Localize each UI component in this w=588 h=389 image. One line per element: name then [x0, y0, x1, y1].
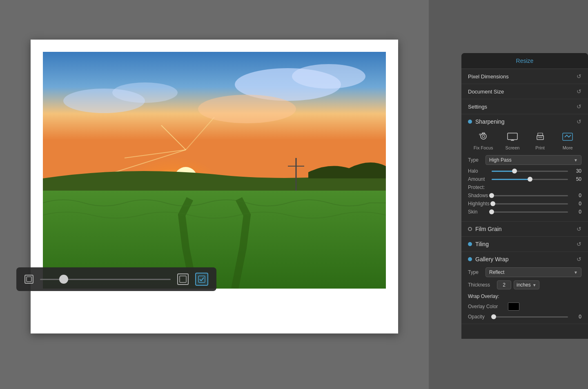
tiling-left: Tiling [468, 241, 489, 247]
zoom-slider-track[interactable] [40, 279, 171, 280]
svg-point-8 [292, 64, 365, 89]
highlights-slider-track[interactable] [493, 203, 568, 205]
amount-slider-thumb[interactable] [528, 177, 532, 182]
panel-title: Resize [516, 58, 534, 64]
protect-label: Protect: [468, 184, 581, 190]
tiling-reset[interactable]: ↺ [577, 241, 581, 247]
type-label: Type [468, 157, 482, 163]
section-document-size[interactable]: Document Size ↺ [461, 84, 588, 99]
opacity-slider-thumb[interactable] [491, 314, 496, 319]
pixel-dimensions-label: Pixel Dimensions [468, 73, 509, 80]
sharpening-title: Sharpening [475, 118, 505, 125]
bottom-toolbar [16, 267, 216, 291]
overlay-color-swatch[interactable] [508, 302, 519, 311]
sharpening-active-dot[interactable] [468, 120, 472, 124]
highlights-slider-thumb[interactable] [490, 201, 495, 206]
gallery-type-chevron: ▼ [574, 270, 578, 275]
skin-label: Skin [468, 209, 488, 215]
halo-slider-row: Halo 30 [468, 168, 581, 174]
halo-slider-thumb[interactable] [512, 169, 517, 173]
film-grain-dot[interactable] [468, 227, 472, 231]
unit-chevron: ▼ [532, 283, 537, 287]
sharpen-print[interactable]: Print [532, 130, 548, 150]
skin-slider-row: Skin 0 [468, 209, 581, 215]
settings-label: Settings [468, 104, 487, 110]
gallery-wrap-header: Gallery Wrap ↺ [468, 256, 581, 262]
amount-slider-track[interactable] [492, 179, 568, 180]
skin-slider-thumb[interactable] [489, 209, 494, 214]
panel-header: Resize [461, 53, 588, 69]
gallery-type-label: Type [468, 269, 482, 275]
fix-focus-icon [475, 130, 492, 144]
svg-point-11 [198, 95, 296, 123]
document-size-reset[interactable]: ↺ [577, 88, 581, 95]
thickness-row: Thickness inches ▼ [468, 280, 581, 289]
highlights-value: 0 [571, 201, 581, 207]
sharpening-reset[interactable]: ↺ [577, 118, 581, 125]
amount-label: Amount [468, 176, 488, 182]
section-sharpening: Sharpening ↺ Fix Focus [461, 114, 588, 222]
zoom-slider-thumb[interactable] [59, 275, 68, 284]
sharpening-title-row: Sharpening [468, 118, 505, 125]
svg-rect-16 [180, 276, 186, 282]
toolbar-large-icon[interactable] [177, 273, 189, 285]
section-tiling[interactable]: Tiling ↺ [461, 237, 588, 252]
section-gallery-wrap: Gallery Wrap ↺ Type Reflect ▼ Thickness … [461, 252, 588, 324]
type-select[interactable]: High Pass ▼ [486, 155, 581, 165]
svg-rect-21 [479, 134, 481, 135]
svg-rect-15 [27, 277, 31, 282]
gallery-wrap-title: Gallery Wrap [475, 256, 508, 262]
gallery-wrap-title-row: Gallery Wrap [468, 256, 508, 262]
highlights-slider-row: Highlights 0 [468, 201, 581, 207]
svg-rect-22 [508, 133, 517, 140]
svg-rect-27 [538, 137, 542, 138]
halo-slider-track[interactable] [492, 171, 568, 172]
sharpening-header: Sharpening ↺ [468, 118, 581, 125]
svg-rect-28 [563, 133, 572, 140]
section-film-grain[interactable]: Film Grain ↺ [461, 222, 588, 237]
pixel-dimensions-reset[interactable]: ↺ [577, 73, 581, 80]
gallery-wrap-reset[interactable]: ↺ [577, 256, 581, 262]
type-value: High Pass [489, 157, 512, 163]
unit-value: inches [517, 282, 531, 288]
type-chevron: ▼ [574, 158, 578, 162]
highlights-label: Highlights [468, 201, 490, 207]
tiling-title: Tiling [475, 241, 489, 247]
opacity-label: Opacity [468, 314, 490, 320]
halo-slider-fill [492, 171, 514, 172]
document-size-label: Document Size [468, 89, 504, 95]
more-icon [559, 130, 576, 144]
halo-label: Halo [468, 168, 488, 174]
shadows-label: Shadows [468, 193, 488, 198]
skin-slider-track[interactable] [492, 211, 568, 213]
section-pixel-dimensions[interactable]: Pixel Dimensions ↺ [461, 69, 588, 84]
screen-icon [504, 130, 521, 144]
screen-label: Screen [506, 145, 520, 150]
sharpen-fix-focus[interactable]: Fix Focus [474, 130, 493, 150]
svg-point-10 [112, 82, 178, 103]
sharpen-icons-row: Fix Focus Screen [468, 130, 581, 150]
overlay-color-label: Overlay Color [468, 304, 505, 309]
type-row: Type High Pass ▼ [468, 155, 581, 165]
canvas-area [0, 0, 429, 389]
unit-select[interactable]: inches ▼ [514, 280, 539, 289]
toolbar-check-icon[interactable] [195, 273, 208, 286]
overlay-color-row: Overlay Color [468, 302, 581, 311]
right-panel: Resize Pixel Dimensions ↺ Document Size … [461, 53, 588, 339]
tiling-dot[interactable] [468, 242, 472, 246]
gallery-wrap-dot[interactable] [468, 257, 472, 261]
thickness-input[interactable] [497, 280, 511, 289]
shadows-slider-track[interactable] [492, 195, 568, 196]
settings-reset[interactable]: ↺ [577, 103, 581, 110]
film-grain-reset[interactable]: ↺ [577, 226, 581, 232]
gallery-type-select[interactable]: Reflect ▼ [486, 267, 581, 277]
thickness-label: Thickness [468, 282, 494, 288]
section-settings[interactable]: Settings ↺ [461, 99, 588, 114]
film-grain-left: Film Grain [468, 226, 502, 232]
shadows-slider-row: Shadows 0 [468, 193, 581, 198]
halo-value: 30 [571, 168, 581, 174]
sharpen-screen[interactable]: Screen [504, 130, 521, 150]
shadows-slider-thumb[interactable] [489, 193, 494, 198]
sharpen-more[interactable]: More [559, 130, 576, 150]
opacity-slider-track[interactable] [494, 316, 568, 318]
